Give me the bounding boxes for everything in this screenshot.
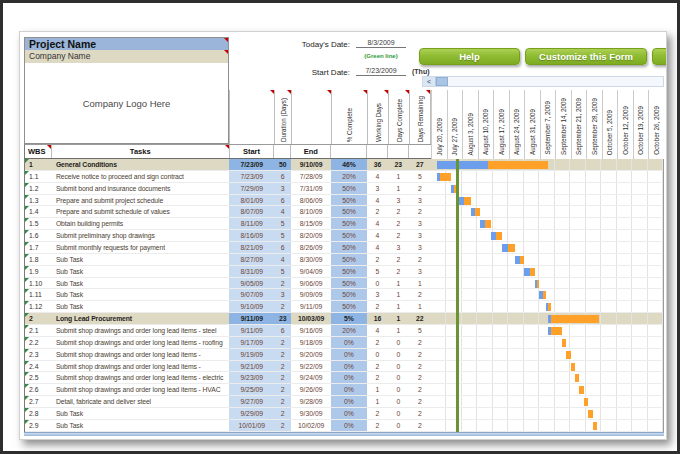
wbs-cell[interactable]: 1.5 — [25, 218, 52, 229]
end-date-cell[interactable]: 9/10/09 — [291, 159, 331, 170]
help-button[interactable]: Help — [419, 48, 520, 65]
end-date-cell[interactable]: 9/28/09 — [291, 396, 331, 407]
start-date-cell[interactable]: 9/17/09 — [229, 337, 274, 348]
pct-complete-cell[interactable]: 0% — [331, 396, 367, 407]
end-date-cell[interactable]: 7/28/09 — [291, 171, 331, 182]
pct-complete-cell[interactable]: 0% — [331, 420, 367, 431]
pct-complete-cell[interactable]: 50% — [331, 278, 367, 289]
end-date-cell[interactable]: 8/26/09 — [291, 242, 331, 253]
wbs-cell[interactable]: 1 — [25, 159, 52, 170]
start-date-cell[interactable]: 9/25/09 — [229, 384, 274, 395]
pct-complete-cell[interactable]: 50% — [331, 242, 367, 253]
scroll-left-arrow-icon[interactable]: < — [423, 77, 436, 86]
task-name-cell[interactable]: Submit bond and insurance documents — [52, 183, 229, 194]
task-name-cell[interactable]: General Conditions — [52, 159, 229, 170]
task-name-cell[interactable]: Sub Task — [52, 278, 229, 289]
pct-complete-cell[interactable]: 50% — [331, 206, 367, 217]
start-date-cell[interactable]: 7/23/09 — [229, 159, 274, 170]
duration-cell[interactable]: 2 — [274, 349, 291, 360]
task-name-cell[interactable]: Submit shop drawings and order long lead… — [52, 337, 229, 348]
task-name-cell[interactable]: Sub Task — [52, 289, 229, 300]
wbs-cell[interactable]: 1.8 — [25, 254, 52, 265]
task-name-cell[interactable]: Submit shop drawings and order long lead… — [52, 349, 229, 360]
wbs-cell[interactable]: 2.4 — [25, 361, 52, 372]
pct-complete-cell[interactable]: 46% — [331, 159, 367, 170]
duration-cell[interactable]: 5 — [274, 218, 291, 229]
wbs-cell[interactable]: 1.1 — [25, 171, 52, 182]
duration-cell[interactable]: 4 — [274, 254, 291, 265]
end-date-cell[interactable]: 8/10/09 — [291, 206, 331, 217]
wbs-cell[interactable]: 1.9 — [25, 266, 52, 277]
wbs-cell[interactable]: 2.9 — [25, 420, 52, 431]
wbs-cell[interactable]: 2.1 — [25, 325, 52, 336]
pct-complete-cell[interactable]: 50% — [331, 218, 367, 229]
end-date-cell[interactable]: 9/20/09 — [291, 349, 331, 360]
pct-complete-cell[interactable]: 50% — [331, 195, 367, 206]
bottom-scrollbar-track[interactable] — [24, 432, 664, 436]
task-name-cell[interactable]: Prepare and submit schedule of values — [52, 206, 229, 217]
pct-complete-cell[interactable]: 20% — [331, 325, 367, 336]
pct-complete-cell[interactable]: 0% — [331, 361, 367, 372]
wbs-cell[interactable]: 1.11 — [25, 289, 52, 300]
start-date-cell[interactable]: 9/11/09 — [229, 313, 274, 324]
task-name-cell[interactable]: Receive notice to proceed and sign contr… — [52, 171, 229, 182]
pct-complete-cell[interactable]: 5% — [331, 313, 367, 324]
start-date-cell[interactable]: 8/21/09 — [229, 242, 274, 253]
todays-date-value[interactable]: 8/3/2009 — [356, 39, 406, 48]
duration-cell[interactable]: 23 — [274, 313, 291, 324]
wbs-cell[interactable]: 1.4 — [25, 206, 52, 217]
pct-complete-cell[interactable]: 50% — [331, 254, 367, 265]
wbs-cell[interactable]: 1.3 — [25, 195, 52, 206]
start-date-cell[interactable]: 9/10/09 — [229, 301, 274, 312]
pct-complete-cell[interactable]: 20% — [331, 171, 367, 182]
task-name-cell[interactable]: Obtain building permits — [52, 218, 229, 229]
task-name-cell[interactable]: Sub Task — [52, 266, 229, 277]
start-date-cell[interactable]: 8/11/09 — [229, 218, 274, 229]
wbs-cell[interactable]: 1.2 — [25, 183, 52, 194]
wbs-cell[interactable]: 2.3 — [25, 349, 52, 360]
duration-cell[interactable]: 50 — [274, 159, 291, 170]
task-name-cell[interactable]: Submit shop drawings and order long lead… — [52, 361, 229, 372]
start-date-cell[interactable]: 7/29/09 — [229, 183, 274, 194]
task-name-cell[interactable]: Submit shop drawings and order long lead… — [52, 325, 229, 336]
wbs-cell[interactable]: 1.6 — [25, 230, 52, 241]
duration-cell[interactable]: 2 — [274, 396, 291, 407]
pct-complete-cell[interactable]: 0% — [331, 349, 367, 360]
pct-complete-cell[interactable]: 0% — [331, 337, 367, 348]
start-date-cell[interactable]: 9/23/09 — [229, 372, 274, 383]
end-date-cell[interactable]: 10/03/09 — [291, 313, 331, 324]
end-date-cell[interactable]: 7/31/09 — [291, 183, 331, 194]
duration-cell[interactable]: 2 — [274, 384, 291, 395]
wbs-cell[interactable]: 2.6 — [25, 384, 52, 395]
duration-cell[interactable]: 5 — [274, 266, 291, 277]
duration-cell[interactable]: 4 — [274, 206, 291, 217]
start-date-cell[interactable]: 9/05/09 — [229, 278, 274, 289]
task-name-cell[interactable]: Sub Task — [52, 408, 229, 419]
end-date-cell[interactable]: 9/18/09 — [291, 337, 331, 348]
end-date-cell[interactable]: 9/11/09 — [291, 301, 331, 312]
task-name-cell[interactable]: Submit shop drawings and order long lead… — [52, 384, 229, 395]
task-name-cell[interactable]: Submit monthly requests for payment — [52, 242, 229, 253]
duration-cell[interactable]: 2 — [274, 408, 291, 419]
pct-complete-cell[interactable]: 50% — [331, 289, 367, 300]
wbs-cell[interactable]: 2.7 — [25, 396, 52, 407]
start-date-cell[interactable]: 9/27/09 — [229, 396, 274, 407]
start-date-cell[interactable]: 7/23/09 — [229, 171, 274, 182]
end-date-cell[interactable]: 8/15/09 — [291, 218, 331, 229]
start-date-cell[interactable]: 9/29/09 — [229, 408, 274, 419]
wbs-cell[interactable]: 2.2 — [25, 337, 52, 348]
duration-cell[interactable]: 2 — [274, 361, 291, 372]
gantt-scrollbar[interactable]: < — [422, 76, 664, 87]
end-date-cell[interactable]: 9/16/09 — [291, 325, 331, 336]
pct-complete-cell[interactable]: 50% — [331, 266, 367, 277]
pct-complete-cell[interactable]: 50% — [331, 301, 367, 312]
task-name-cell[interactable]: Detail, fabricate and deliver steel — [52, 396, 229, 407]
task-name-cell[interactable]: Sub Task — [52, 254, 229, 265]
customize-form-button[interactable]: Customize this Form — [525, 48, 647, 65]
start-date-value[interactable]: 7/23/2009 — [356, 67, 406, 76]
end-date-cell[interactable]: 9/06/09 — [291, 278, 331, 289]
duration-cell[interactable]: 5 — [274, 230, 291, 241]
end-date-cell[interactable]: 9/26/09 — [291, 384, 331, 395]
duration-cell[interactable]: 6 — [274, 242, 291, 253]
start-date-cell[interactable]: 9/11/09 — [229, 325, 274, 336]
